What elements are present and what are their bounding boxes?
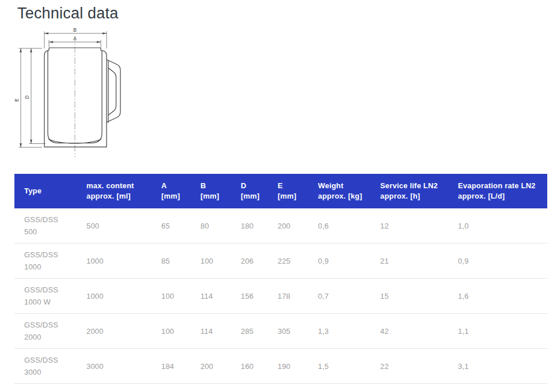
dimension-labels: B A E D <box>14 27 77 102</box>
technical-data-table: Typemax. contentapprox. [ml]A[mm]B[mm]D[… <box>14 174 547 384</box>
table-row: GSS/DSS 1000 W10001001141561780,7151,6 <box>14 279 547 314</box>
table-cell-weight: 0,6 <box>318 208 380 243</box>
table-cell-weight: 1,5 <box>318 349 380 384</box>
table-cell-service-life: 12 <box>380 208 458 243</box>
table-cell-service-life: 42 <box>380 314 458 349</box>
page-title: Technical data <box>0 0 553 22</box>
table-cell-max-content: 1000 <box>86 279 161 314</box>
table-cell-evaporation-rate: 1,6 <box>458 279 547 314</box>
table-cell-evaporation-rate: 0,9 <box>458 243 547 279</box>
table-cell-type: GSS/DSS 500 <box>14 208 86 243</box>
table-cell-e: 200 <box>278 208 318 243</box>
ext-lines-e <box>19 48 43 147</box>
dewar-drawing-svg: B A E D <box>12 25 138 163</box>
dimension-arrowheads <box>20 32 107 147</box>
table-cell-e: 305 <box>278 314 318 349</box>
table-row: GSS/DSS 10001000851002062250,9210,9 <box>14 243 547 279</box>
table-row: GSS/DSS 50050065801802000,6121,0 <box>14 208 547 243</box>
vessel-outline <box>44 48 120 147</box>
dim-label-b: B <box>73 27 77 33</box>
table-cell-evaporation-rate: 1,0 <box>458 208 547 243</box>
table-cell-b: 114 <box>200 279 241 314</box>
dim-label-a: A <box>73 36 77 41</box>
table-row: GSS/DSS 200020001001142853051,3421,1 <box>14 314 547 349</box>
table-cell-weight: 0,7 <box>318 279 380 314</box>
table-cell-evaporation-rate: 1,1 <box>458 314 547 349</box>
type-label: GSS/DSS 3000 <box>24 354 69 378</box>
outer-jacket-outline <box>44 51 107 147</box>
table-cell-d: 156 <box>241 279 278 314</box>
dimension-lines <box>19 32 107 148</box>
technical-data-page: Technical data <box>0 0 553 392</box>
table-row: GSS/DSS 300030001842001601901,5223,1 <box>14 349 547 384</box>
table-cell-service-life: 21 <box>380 243 458 279</box>
handle-inner-line <box>108 68 116 115</box>
table-cell-type: GSS/DSS 2000 <box>14 314 86 349</box>
table-cell-service-life: 22 <box>380 349 458 384</box>
table-cell-weight: 1,3 <box>318 314 380 349</box>
table-cell-b: 80 <box>200 208 241 243</box>
type-label: GSS/DSS 500 <box>24 214 69 238</box>
type-label: GSS/DSS 2000 <box>24 319 69 343</box>
table-body: GSS/DSS 50050065801802000,6121,0GSS/DSS … <box>14 208 547 384</box>
table-cell-e: 178 <box>278 279 318 314</box>
dimensional-drawing: B A E D <box>12 25 138 163</box>
column-header-b: B[mm] <box>200 174 241 208</box>
table-cell-b: 100 <box>200 243 241 279</box>
column-header-evaporation-rate: Evaporation rate LN2approx. [L/d] <box>458 174 547 208</box>
column-header-max-content: max. contentapprox. [ml] <box>86 174 161 208</box>
table-cell-d: 160 <box>241 349 278 384</box>
column-header-d: D[mm] <box>241 174 278 208</box>
type-label: GSS/DSS 1000 <box>24 249 69 273</box>
table-cell-a: 100 <box>161 279 200 314</box>
table-cell-a: 85 <box>161 243 200 279</box>
table-cell-a: 65 <box>161 208 200 243</box>
table-cell-type: GSS/DSS 1000 W <box>14 279 86 314</box>
table-cell-b: 114 <box>200 314 241 349</box>
table-cell-a: 100 <box>161 314 200 349</box>
table-cell-max-content: 500 <box>86 208 161 243</box>
table-cell-evaporation-rate: 3,1 <box>458 349 547 384</box>
type-label: GSS/DSS 1000 W <box>24 284 69 308</box>
handle-outer-line <box>107 60 120 123</box>
table-cell-type: GSS/DSS 1000 <box>14 243 86 279</box>
column-header-a: A[mm] <box>161 174 200 208</box>
table-cell-service-life: 15 <box>380 279 458 314</box>
dim-label-e: E <box>14 98 20 102</box>
table-cell-d: 285 <box>241 314 278 349</box>
table-cell-d: 180 <box>241 208 278 243</box>
table-cell-b: 200 <box>200 349 241 384</box>
column-header-e: E[mm] <box>278 174 318 208</box>
table-cell-a: 184 <box>161 349 200 384</box>
table-cell-max-content: 1000 <box>86 243 161 279</box>
table-cell-e: 225 <box>278 243 318 279</box>
table-cell-max-content: 3000 <box>86 349 161 384</box>
column-header-weight: Weightapprox. [kg] <box>318 174 380 208</box>
column-header-type: Type <box>14 174 86 208</box>
table-cell-d: 206 <box>241 243 278 279</box>
table-cell-type: GSS/DSS 3000 <box>14 349 86 384</box>
column-header-service-life: Service life LN2approx. [h] <box>380 174 458 208</box>
table-cell-e: 190 <box>278 349 318 384</box>
table-header-row: Typemax. contentapprox. [ml]A[mm]B[mm]D[… <box>14 174 547 208</box>
dim-label-d: D <box>24 96 30 99</box>
table-cell-weight: 0,9 <box>318 243 380 279</box>
table-cell-max-content: 2000 <box>86 314 161 349</box>
